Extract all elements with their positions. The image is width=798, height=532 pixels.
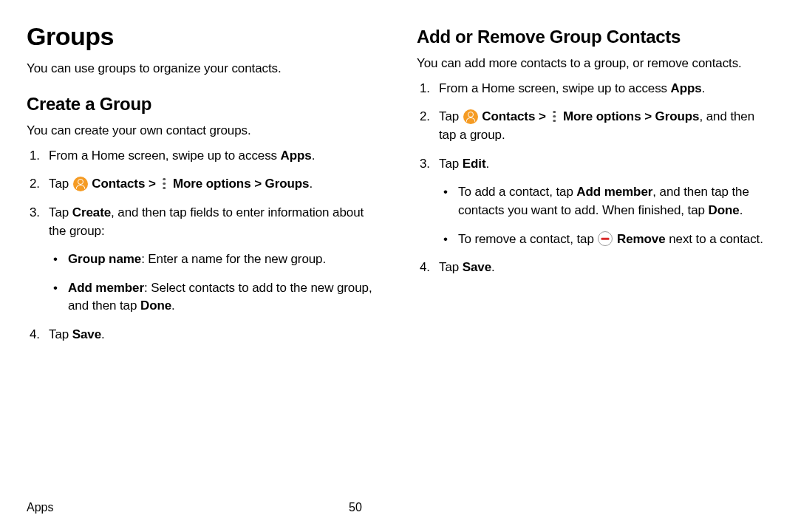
text: From a Home screen, swipe up to access [49, 149, 281, 163]
step-1: From a Home screen, swipe up to access A… [417, 80, 771, 98]
left-column: Groups You can use groups to organize yo… [27, 22, 381, 355]
text: . [485, 157, 489, 171]
step-4: Tap Save. [27, 326, 381, 344]
text: Tap [439, 260, 463, 274]
step-2: Tap Contacts > More options > Groups. [27, 175, 381, 194]
bullet-add-member: Add member: Select contacts to add to th… [49, 279, 381, 316]
text: From a Home screen, swipe up to access [439, 81, 671, 95]
text: Tap [439, 109, 463, 123]
bold-more-options: More options [169, 177, 254, 191]
chevron-icon: > [149, 177, 156, 191]
remove-icon [598, 231, 613, 246]
bold-contacts: Contacts [479, 109, 539, 123]
bold-apps: Apps [281, 149, 312, 163]
addremove-bullets: To add a contact, tap Add member, and th… [439, 183, 771, 248]
bullet-remove-contact: To remove a contact, tap Remove next to … [439, 231, 771, 249]
section-intro: You can add more contacts to a group, or… [417, 55, 771, 72]
text: . [740, 203, 743, 217]
text: Tap [49, 327, 72, 341]
bold-add-member: Add member [576, 185, 652, 199]
bold-save: Save [72, 327, 101, 341]
bold-edit: Edit [463, 157, 486, 171]
text: Tap [49, 205, 72, 219]
right-column: Add or Remove Group Contacts You can add… [417, 22, 771, 355]
step-4: Tap Save. [417, 259, 771, 277]
bold-more-options: More options [559, 109, 644, 123]
step-1: From a Home screen, swipe up to access A… [27, 147, 381, 166]
step-2: Tap Contacts > More options > Groups, an… [417, 108, 771, 144]
text: . [702, 81, 706, 95]
bullet-add-contact: To add a contact, tap Add member, and th… [439, 183, 771, 219]
footer-page-number: 50 [349, 501, 362, 514]
step-3: Tap Edit. To add a contact, tap Add memb… [417, 155, 771, 249]
text: . [171, 299, 175, 313]
section-subtext: You can create your own contact groups. [27, 122, 381, 140]
more-options-icon [160, 177, 168, 191]
bold-done: Done [709, 203, 740, 217]
text: Tap [439, 157, 463, 171]
section-heading-addremove: Add or Remove Group Contacts [417, 27, 771, 47]
text: : Enter a name for the new group. [141, 252, 326, 266]
contacts-icon [463, 109, 478, 124]
create-bullets: Group name: Enter a name for the new gro… [49, 250, 381, 316]
footer-section-label: Apps [27, 501, 53, 514]
create-steps: From a Home screen, swipe up to access A… [27, 147, 381, 344]
text: To remove a contact, tap [458, 232, 597, 246]
text: Tap [49, 177, 72, 191]
text: . [101, 327, 105, 341]
bullet-group-name: Group name: Enter a name for the new gro… [49, 250, 381, 269]
chevron-icon: > [644, 109, 652, 123]
chevron-icon: > [539, 109, 546, 123]
bold-groups: Groups [655, 109, 700, 123]
bold-group-name: Group name [68, 252, 141, 266]
section-heading-create: Create a Group [27, 94, 381, 115]
page-title: Groups [27, 22, 381, 51]
text: . [309, 177, 313, 191]
intro-text: You can use groups to organize your cont… [27, 60, 381, 78]
chevron-icon: > [254, 177, 262, 191]
content-columns: Groups You can use groups to organize yo… [27, 22, 771, 355]
text: next to a contact. [666, 232, 763, 246]
bold-remove: Remove [613, 232, 665, 246]
page-footer: Apps 50 [27, 501, 771, 514]
text: To add a contact, tap [458, 185, 576, 199]
bold-contacts: Contacts [89, 177, 149, 191]
bold-done: Done [140, 299, 171, 313]
bold-groups: Groups [265, 177, 310, 191]
more-options-icon [550, 110, 559, 123]
bold-add-member: Add member [68, 281, 144, 295]
contacts-icon [73, 177, 88, 191]
bold-save: Save [463, 260, 491, 274]
text: . [491, 260, 495, 274]
bold-apps: Apps [671, 81, 702, 95]
step-3: Tap Create, and then tap fields to enter… [27, 204, 381, 316]
bold-create: Create [72, 205, 111, 219]
addremove-steps: From a Home screen, swipe up to access A… [417, 80, 771, 277]
text: . [312, 149, 316, 163]
